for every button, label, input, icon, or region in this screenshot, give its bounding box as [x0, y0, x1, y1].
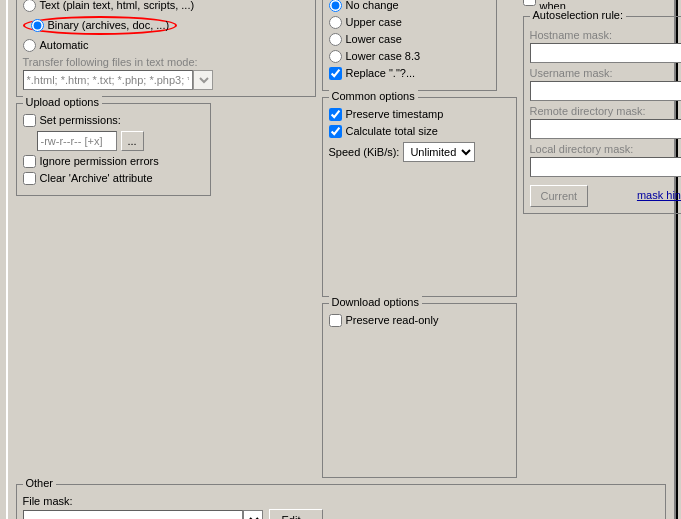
fn-no-radio[interactable] [329, 0, 342, 12]
fn-lower-row: Lower case [329, 33, 490, 46]
upload-download-row: Upload options Set permissions: ... [16, 103, 316, 196]
tm-text-row: Text (plain text, html, scripts, ...) [23, 0, 309, 12]
transfer-files-input[interactable] [23, 70, 193, 90]
common-opts-legend: Common options [329, 90, 418, 102]
set-permissions-label: Set permissions: [40, 114, 121, 126]
file-mask-label-row: File mask: [23, 495, 659, 507]
other-group: Other File mask: Edit... mask hints [16, 484, 666, 520]
preserve-ts-checkbox[interactable] [329, 108, 342, 121]
fn-lower83-row: Lower case 8.3 [329, 50, 490, 63]
transfer-mode-group: Transfer mode Text (plain text, html, sc… [16, 0, 316, 97]
edit-button[interactable]: Edit... [269, 509, 323, 520]
ignore-permissions-checkbox[interactable] [23, 155, 36, 168]
preserve-readonly-checkbox[interactable] [329, 314, 342, 327]
username-mask-label: Username mask: [530, 67, 682, 79]
preserve-readonly-row: Preserve read-only [329, 314, 510, 327]
speed-select[interactable]: Unlimited Custom [403, 142, 475, 162]
main-row: Transfer mode Text (plain text, html, sc… [16, 0, 666, 478]
file-mask-input-wrapper [23, 510, 263, 520]
tm-binary-row: Binary (archives, doc, ...) [23, 16, 309, 35]
file-mask-input[interactable] [23, 510, 243, 520]
preserve-ts-row: Preserve timestamp [329, 108, 510, 121]
file-mask-label: File mask: [23, 495, 73, 507]
preserve-readonly-label: Preserve read-only [346, 314, 439, 326]
autoselect-group: Autoselection rule: Hostname mask: Usern… [523, 16, 682, 214]
set-permissions-row: Set permissions: [23, 114, 204, 127]
hostname-mask-label: Hostname mask: [530, 29, 682, 41]
upload-opts-inner: Set permissions: ... Ignore permission e… [23, 114, 204, 185]
fn-lower-radio[interactable] [329, 33, 342, 46]
common-opts-inner: Preserve timestamp Calculate total size … [329, 108, 510, 162]
fn-no-label: No change [346, 0, 399, 11]
autoselect-legend: Autoselection rule: [530, 9, 627, 21]
ignore-permissions-label: Ignore permission errors [40, 155, 159, 167]
clear-archive-row: Clear 'Archive' attribute [23, 172, 204, 185]
download-opts-legend: Download options [329, 296, 422, 308]
other-inner: File mask: Edit... mask hints [23, 495, 659, 520]
set-permissions-checkbox[interactable] [23, 114, 36, 127]
permissions-row: ... [37, 131, 204, 151]
common-opts-group: Common options Preserve timestamp Calcul… [322, 97, 517, 297]
mask-hints-link[interactable]: mask hints [637, 189, 681, 201]
tm-auto-label: Automatic [40, 39, 89, 51]
transfer-files-label: Transfer following files in text mode: [23, 56, 309, 68]
permissions-input[interactable] [37, 131, 117, 151]
fn-upper-label: Upper case [346, 16, 402, 28]
local-dir-input[interactable] [530, 157, 682, 177]
calc-total-checkbox[interactable] [329, 125, 342, 138]
current-button[interactable]: Current [530, 185, 589, 207]
local-dir-label: Local directory mask: [530, 143, 682, 155]
middle-column: Filename modification No change Upper ca… [322, 0, 517, 478]
autoselect-footer: Current mask hints [530, 181, 682, 207]
download-opts-inner: Preserve read-only [329, 314, 510, 327]
replace-checkbox[interactable] [329, 67, 342, 80]
preserve-ts-label: Preserve timestamp [346, 108, 444, 120]
filename-mod-inner: No change Upper case Lower case Low [329, 0, 490, 80]
other-legend: Other [23, 477, 57, 489]
upload-opts-group: Upload options Set permissions: ... [16, 103, 211, 196]
browse-button[interactable]: ... [121, 131, 144, 151]
username-mask-input[interactable] [530, 81, 682, 101]
fn-no-row: No change [329, 0, 490, 12]
left-column: Transfer mode Text (plain text, html, sc… [16, 0, 316, 478]
tm-auto-row: Automatic [23, 39, 309, 52]
remote-dir-input[interactable] [530, 119, 682, 139]
autoselect-fields: Hostname mask: Username mask: Remote dir… [530, 29, 682, 207]
calc-total-label: Calculate total size [346, 125, 438, 137]
binary-highlight: Binary (archives, doc, ...) [23, 16, 178, 35]
tm-auto-radio[interactable] [23, 39, 36, 52]
file-mask-select[interactable] [243, 510, 263, 520]
speed-row: Speed (KiB/s): Unlimited Custom [329, 142, 510, 162]
filename-mod-group: Filename modification No change Upper ca… [322, 0, 497, 91]
fn-lower-label: Lower case [346, 33, 402, 45]
speed-label: Speed (KiB/s): [329, 146, 400, 158]
right-column: Automatically select this preset when Au… [523, 0, 682, 478]
dialog-window: Edit transfer settings preset ? ✕ Preset… [6, 0, 676, 519]
transfer-mode-inner: Text (plain text, html, scripts, ...) Bi… [23, 0, 309, 90]
transfer-files-row [23, 70, 309, 90]
transfer-files-select[interactable] [193, 70, 213, 90]
clear-archive-label: Clear 'Archive' attribute [40, 172, 153, 184]
file-mask-row: Edit... [23, 509, 659, 520]
hostname-mask-input[interactable] [530, 43, 682, 63]
dialog-body: Preset description: Transfer mode Text (… [8, 0, 674, 519]
download-opts-group: Download options Preserve read-only [322, 303, 517, 478]
tm-text-radio[interactable] [23, 0, 36, 12]
tm-binary-label: Binary (archives, doc, ...) [48, 19, 170, 31]
replace-label: Replace "."?... [346, 67, 416, 79]
fn-lower83-radio[interactable] [329, 50, 342, 63]
autoselect-checkbox[interactable] [523, 0, 536, 6]
tm-binary-radio[interactable] [31, 19, 44, 32]
upload-opts-legend: Upload options [23, 96, 102, 108]
fn-lower83-label: Lower case 8.3 [346, 50, 421, 62]
replace-row: Replace "."?... [329, 67, 490, 80]
clear-archive-checkbox[interactable] [23, 172, 36, 185]
fn-upper-row: Upper case [329, 16, 490, 29]
ignore-perms-row: Ignore permission errors [23, 155, 204, 168]
fn-upper-radio[interactable] [329, 16, 342, 29]
tm-text-label: Text (plain text, html, scripts, ...) [40, 0, 195, 11]
calc-total-row: Calculate total size [329, 125, 510, 138]
remote-dir-label: Remote directory mask: [530, 105, 682, 117]
